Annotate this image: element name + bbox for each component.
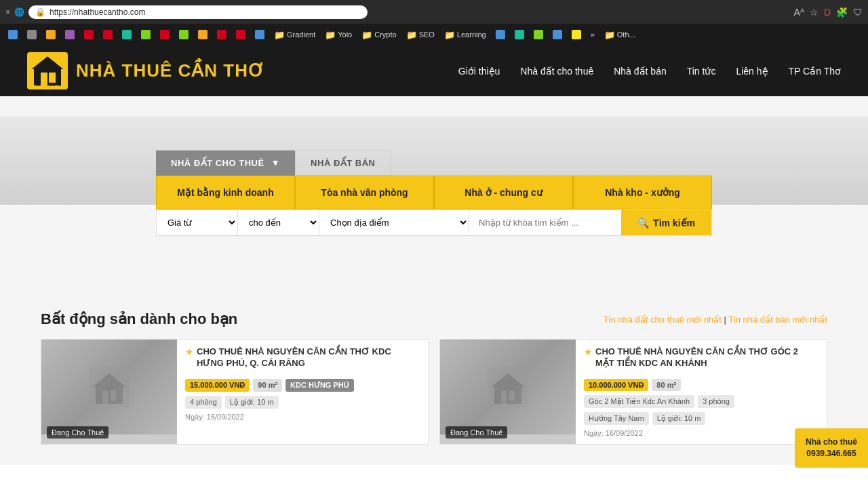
listing-sub-tags: Góc 2 Mặt Tiền Kdc An Khánh 3 phòng (584, 395, 818, 408)
listing-title: CHO THUÊ NHÀ NGUYÊN CĂN CẦN THƠ KDC HƯNG… (197, 346, 420, 369)
svg-rect-13 (501, 390, 507, 404)
spacer (0, 256, 868, 297)
bookmark-yt[interactable] (156, 28, 174, 41)
folder-gradient-icon: 📁 (274, 30, 285, 40)
bookmark-ext4[interactable] (213, 28, 231, 41)
bookmark-folder-crypto[interactable]: 📁 Crypto (357, 28, 400, 42)
bookmark-fb[interactable] (4, 28, 22, 41)
rooms-tag: 4 phòng (185, 396, 222, 409)
nav-item-cho-thue[interactable]: Nhà đất cho thuê (520, 66, 593, 77)
bookmark-more[interactable]: » (587, 28, 599, 41)
bookmark-gdrive[interactable] (175, 28, 193, 41)
folder-learning-icon: 📁 (444, 30, 455, 40)
listing-image-wrap: Đang Cho Thuê (41, 340, 177, 444)
district-tag: KDC HƯNG PHÚ (285, 379, 354, 392)
bookmark-chrome[interactable] (137, 28, 155, 41)
svg-rect-14 (509, 390, 515, 401)
ext2-icon (46, 30, 56, 39)
bookmark-ext1[interactable] (23, 28, 41, 41)
nav-item-tp[interactable]: TP Cần Thơ (789, 66, 841, 77)
listing-card[interactable]: Đang Cho Thuê ★ CHO THUÊ NHÀ NGUYÊN CĂN … (41, 339, 429, 445)
ext6-icon (255, 30, 264, 39)
more-icon: » (591, 30, 595, 39)
address-bar[interactable]: 🔒 https://nhathuecantho.com (28, 5, 368, 19)
gmail1-icon (84, 30, 94, 39)
bookmark-ext2[interactable] (42, 28, 60, 41)
bookmark-gmail1[interactable] (80, 28, 98, 41)
bookmark-ext9[interactable] (530, 28, 547, 41)
fb-icon (8, 30, 18, 39)
location-select[interactable]: Chọn địa điểm (319, 210, 469, 235)
bookmark-chrome-ext[interactable] (118, 28, 136, 41)
link-sell-latest[interactable]: Tin nhà đất bán mới nhất (728, 314, 827, 325)
folder-crypto-label: Crypto (374, 30, 396, 39)
lock-icon: 🔒 (35, 7, 45, 17)
ext1-icon (27, 30, 37, 39)
browser-favicon: 🌐 (14, 7, 24, 17)
floating-contact-btn[interactable]: Nhà cho thuê 0939.346.665 (795, 428, 868, 464)
tab-close-icon[interactable]: × (5, 7, 10, 17)
nav-item-ban[interactable]: Nhà đất bán (614, 66, 667, 77)
nav-item-tin-tuc[interactable]: Tin tức (687, 66, 716, 77)
link-rent-latest[interactable]: Tin nhà đất cho thuê mới nhất (604, 314, 722, 325)
listing-grid: Đang Cho Thuê ★ CHO THUÊ NHÀ NGUYÊN CĂN … (41, 339, 827, 445)
gdrive-icon (179, 30, 189, 39)
folder-learning-label: Learning (457, 30, 486, 39)
bookmark-folder-gradient[interactable]: 📁 Gradient (270, 28, 319, 42)
browser-chrome: × 🌐 🔒 https://nhathuecantho.com Aᴬ ☆ D 🧩… (0, 0, 868, 24)
bookmark-ext10[interactable] (549, 28, 566, 41)
tab-ban[interactable]: NHÀ ĐẤT BÁN (295, 150, 391, 176)
yahoo-icon (65, 30, 75, 39)
ext7-icon (496, 30, 505, 39)
prop-btn-nha-kho[interactable]: Nhà kho - xưởng (573, 176, 712, 209)
tab-cho-thue[interactable]: NHÀ ĐẤT CHO THUÊ ▼ (156, 150, 295, 176)
gmail2-icon (103, 30, 113, 39)
price-to-select[interactable]: cho đến (238, 210, 319, 235)
folder-yolo-label: Yolo (338, 30, 352, 39)
ext-icon[interactable]: 🧩 (836, 7, 848, 18)
shield-icon[interactable]: 🛡 (853, 7, 863, 18)
bookmark-yahoo[interactable] (61, 28, 79, 41)
nav-item-gioi-thieu[interactable]: Giới thiệu (458, 66, 500, 77)
property-buttons: Mặt bằng kinh doanh Tòa nhà văn phòng Nh… (156, 176, 712, 209)
prop-btn-toa-nha[interactable]: Tòa nhà văn phòng (295, 176, 434, 209)
prop-btn-mat-bang[interactable]: Mặt bằng kinh doanh (156, 176, 295, 209)
chrome-icon (141, 30, 151, 39)
bookmark-otherdir[interactable]: 📁 Oth... (600, 28, 639, 42)
bookmark-gmail2[interactable] (99, 28, 117, 41)
bookmarks-bar: 📁 Gradient 📁 Yolo 📁 Crypto 📁 SEO 📁 Learn… (0, 24, 868, 45)
other-folder-label: Oth... (617, 30, 635, 39)
diigo-icon[interactable]: D (824, 7, 831, 18)
bds-links: Tin nhà đất cho thuê mới nhất | Tin nhà … (604, 314, 827, 325)
floating-btn-line1: Nhà cho thuê (806, 436, 857, 448)
star-icon: ★ (584, 346, 593, 357)
nav-item-lien-he[interactable]: Liên hệ (736, 66, 768, 77)
bookmark-folder-seo[interactable]: 📁 SEO (402, 28, 439, 42)
ext8-icon (515, 30, 524, 39)
nav-menu: Giới thiệu Nhà đất cho thuê Nhà đất bán … (458, 66, 841, 77)
bookmark-folder-learning[interactable]: 📁 Learning (440, 28, 490, 42)
filter-row: Giá từ cho đến Chọn địa điểm 🔍 Tìm kiếm (156, 209, 712, 236)
bookmark-ext11[interactable] (568, 28, 585, 41)
search-section: NHÀ ĐẤT CHO THUÊ ▼ NHÀ ĐẤT BÁN Mặt bằng … (142, 150, 726, 236)
bookmark-ext6[interactable] (251, 28, 269, 41)
youtube-icon (160, 30, 170, 39)
bds-section: Bất động sản dành cho bạn Tin nhà đất ch… (0, 297, 868, 445)
search-button[interactable]: 🔍 Tìm kiếm (621, 210, 711, 235)
zoom-icon[interactable]: Aᴬ (794, 7, 804, 18)
listing-card[interactable]: Đang Cho Thuê ★ CHO THUÊ NHÀ NGUYÊN CĂN … (439, 339, 827, 445)
price-from-select[interactable]: Giá từ (157, 210, 238, 235)
bookmark-ext5[interactable] (232, 28, 250, 41)
bookmark-ext8[interactable] (511, 28, 528, 41)
dropdown-arrow: ▼ (271, 158, 280, 168)
prop-btn-nha-o[interactable]: Nhà ở - chung cư (434, 176, 573, 209)
keyword-input[interactable] (469, 210, 621, 235)
bookmark-ext7[interactable] (492, 28, 509, 41)
bookmark-star-icon[interactable]: ☆ (810, 7, 818, 18)
road-tag: Lộ giới: 10 m (652, 412, 706, 425)
bookmark-folder-yolo[interactable]: 📁 Yolo (321, 28, 356, 42)
ext5-icon (236, 30, 245, 39)
listing-title: CHO THUÊ NHÀ NGUYÊN CĂN CẦN THƠ GÓC 2 MẶ… (595, 346, 818, 369)
bookmark-ext3[interactable] (194, 28, 212, 41)
listing-image (41, 340, 177, 434)
